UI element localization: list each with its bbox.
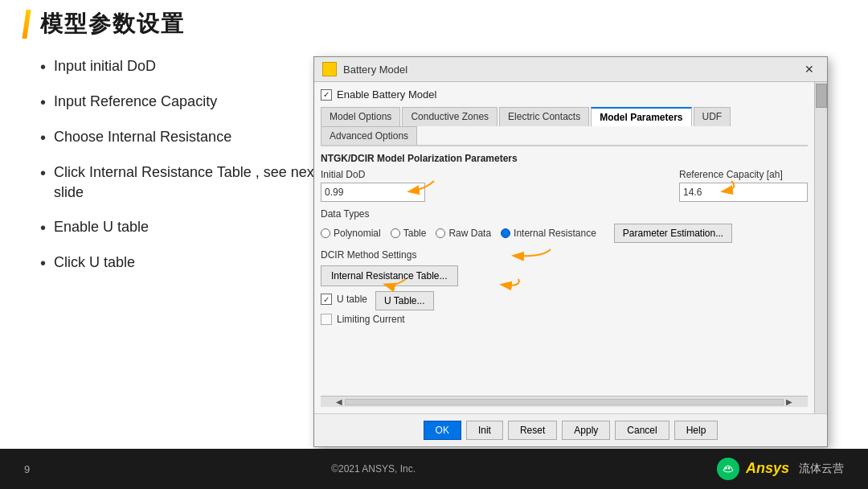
u-table-checkbox[interactable]: ✓	[321, 294, 332, 305]
internal-resistance-table-button[interactable]: Internal Resistance Table...	[321, 265, 458, 286]
bullet-dot: •	[40, 217, 46, 238]
scrollbar-track[interactable]	[345, 399, 784, 405]
footer: 9 ©2021 ANSYS, Inc. Ansys 流体云营	[0, 449, 868, 489]
u-table-checkbox-row: ✓ U table	[321, 294, 367, 305]
radio-label-raw-data: Raw Data	[448, 228, 491, 239]
spacer	[321, 331, 808, 396]
dialog-close-button[interactable]: ✕	[800, 61, 819, 77]
reset-button[interactable]: Reset	[508, 421, 557, 440]
limiting-current-checkbox[interactable]	[321, 314, 332, 325]
limiting-current-label: Limiting Current	[337, 314, 405, 325]
bullet-dot: •	[40, 162, 46, 183]
radio-circle-table	[391, 228, 400, 238]
radio-raw-data[interactable]: Raw Data	[436, 228, 491, 239]
list-item: • Input initial DoD	[40, 56, 330, 77]
help-button[interactable]: Help	[674, 421, 719, 440]
dialog-titlebar: Battery Model ✕	[314, 57, 827, 82]
battery-model-dialog: Battery Model ✕ ✓ Enable Battery Model M…	[313, 56, 828, 447]
radio-circle-raw-data	[436, 228, 445, 238]
radio-label-polynomial: Polynomial	[334, 228, 381, 239]
accent-bar	[22, 10, 31, 39]
bullet-text: Click U table	[54, 253, 135, 273]
dialog-main-content: ✓ Enable Battery Model Model Options Con…	[314, 82, 814, 413]
footer-logo: Ansys 流体云营	[717, 458, 844, 480]
ok-button[interactable]: OK	[424, 421, 461, 440]
data-types-radio-row: Polynomial Table Raw Data Internal Resis…	[321, 224, 808, 243]
init-button[interactable]: Init	[466, 421, 503, 440]
scroll-right-arrow[interactable]: ▶	[784, 397, 795, 406]
dcir-section: DCIR Method Settings Internal Resistance…	[321, 249, 808, 325]
ref-capacity-field: Reference Capacity [ah]	[679, 169, 808, 202]
dialog-title-left: Battery Model	[322, 62, 407, 76]
parameter-estimation-button[interactable]: Parameter Estimation...	[614, 224, 732, 243]
data-types-label: Data Types	[321, 208, 808, 220]
wechat-icon	[717, 458, 739, 480]
bullet-text: Enable U table	[54, 217, 149, 237]
radio-circle-internal-resistance	[501, 228, 510, 238]
bullet-text: Choose Internal Resistance	[54, 127, 231, 147]
enable-label: Enable Battery Model	[337, 88, 436, 101]
vertical-scrollbar[interactable]	[814, 82, 827, 413]
tab-model-parameters[interactable]: Model Parameters	[591, 107, 691, 126]
dialog-title: Battery Model	[343, 64, 407, 76]
radio-label-table: Table	[403, 228, 427, 239]
initial-dod-label: Initial DoD	[321, 169, 425, 180]
params-row: Initial DoD Reference Capacity [ah]	[321, 169, 808, 202]
tab-conductive-zones[interactable]: Conductive Zones	[402, 107, 497, 126]
bullet-text: Input initial DoD	[54, 56, 156, 76]
radio-internal-resistance[interactable]: Internal Resistance	[501, 228, 596, 239]
radio-table[interactable]: Table	[391, 228, 427, 239]
list-item: • Click U table	[40, 253, 330, 273]
u-table-button[interactable]: U Table...	[375, 291, 433, 310]
svg-point-1	[727, 467, 730, 470]
initial-dod-input[interactable]	[321, 183, 425, 202]
initial-dod-field: Initial DoD	[321, 169, 425, 202]
footer-brand: Ansys 流体云营	[746, 458, 844, 480]
limiting-current-row: Limiting Current	[321, 314, 808, 325]
copyright: ©2021 ANSYS, Inc.	[331, 463, 416, 475]
tab-model-options[interactable]: Model Options	[321, 107, 400, 126]
dialog-app-icon	[322, 62, 337, 76]
dialog-bottom-bar: OK Init Reset Apply Cancel Help	[314, 413, 827, 446]
bullet-text: Input Reference Capacity	[54, 92, 217, 112]
bullet-text: Click Internal Resistance Table , see ne…	[54, 162, 330, 203]
apply-button[interactable]: Apply	[562, 421, 610, 440]
bullet-dot: •	[40, 253, 46, 273]
tab-bar: Model Options Conductive Zones Electric …	[321, 107, 808, 146]
header: 模型参数设置	[0, 0, 868, 48]
ref-capacity-label: Reference Capacity [ah]	[679, 169, 808, 180]
page-title: 模型参数设置	[40, 9, 185, 39]
list-item: • Enable U table	[40, 217, 330, 238]
radio-polynomial[interactable]: Polynomial	[321, 228, 381, 239]
page-number: 9	[24, 463, 30, 475]
scrollbar-thumb[interactable]	[816, 84, 827, 108]
ansys-logo: Ansys	[746, 458, 794, 480]
tab-advanced-options[interactable]: Advanced Options	[321, 126, 417, 145]
bullet-list: • Input initial DoD • Input Reference Ca…	[40, 56, 330, 288]
bullet-dot: •	[40, 56, 46, 77]
radio-label-internal-resistance: Internal Resistance	[514, 228, 596, 239]
ref-capacity-input[interactable]	[679, 183, 808, 202]
bullet-dot: •	[40, 92, 46, 113]
radio-circle-polynomial	[321, 228, 330, 238]
dialog-body: ✓ Enable Battery Model Model Options Con…	[314, 82, 827, 413]
tab-electric-contacts[interactable]: Electric Contacts	[499, 107, 589, 126]
horizontal-scrollbar[interactable]: ◀ ▶	[321, 396, 808, 407]
list-item: • Input Reference Capacity	[40, 92, 330, 113]
bullet-dot: •	[40, 127, 46, 148]
svg-text:Ansys: Ansys	[746, 460, 789, 476]
cancel-button[interactable]: Cancel	[615, 421, 669, 440]
enable-battery-model-row: ✓ Enable Battery Model	[321, 88, 808, 101]
list-item: • Choose Internal Resistance	[40, 127, 330, 148]
u-table-label: U table	[337, 294, 367, 305]
scroll-left-arrow[interactable]: ◀	[334, 397, 345, 406]
community-label: 流体云营	[799, 462, 844, 476]
enable-checkbox[interactable]: ✓	[321, 89, 332, 101]
dcir-section-label: DCIR Method Settings	[321, 249, 808, 261]
u-table-row: ✓ U table U Table...	[321, 291, 808, 310]
tab-udf[interactable]: UDF	[694, 107, 731, 126]
section-title: NTGK/DCIR Model Polarization Parameters	[321, 153, 808, 164]
list-item: • Click Internal Resistance Table , see …	[40, 162, 330, 203]
data-types-section: Data Types Polynomial Table Raw Data	[321, 208, 808, 243]
